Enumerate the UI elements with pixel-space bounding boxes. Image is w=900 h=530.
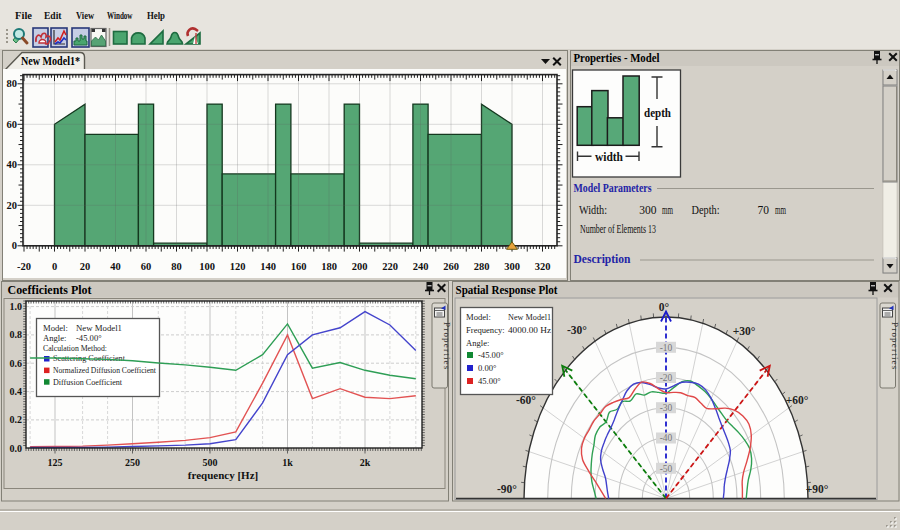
- svg-text:0.6: 0.6: [10, 358, 23, 369]
- svg-text:File: File: [15, 9, 32, 21]
- svg-text:Window: Window: [107, 9, 133, 21]
- svg-text:320: 320: [535, 261, 551, 272]
- svg-text:+90°: +90°: [806, 483, 829, 495]
- svg-text:20: 20: [80, 261, 91, 272]
- svg-text:0.8: 0.8: [10, 329, 23, 340]
- svg-text:Properties: Properties: [890, 322, 900, 371]
- svg-text:80: 80: [7, 78, 18, 89]
- svg-text:60: 60: [7, 119, 18, 130]
- svg-text:+30°: +30°: [733, 325, 756, 337]
- svg-text:0.00°: 0.00°: [478, 363, 497, 373]
- svg-text:500: 500: [203, 457, 218, 468]
- svg-text:Diffusion Coefficient: Diffusion Coefficient: [53, 377, 123, 387]
- svg-text:0.0: 0.0: [10, 443, 23, 454]
- svg-text:160: 160: [291, 261, 307, 272]
- svg-text:Model Parameters: Model Parameters: [574, 182, 652, 194]
- svg-text:-20: -20: [660, 373, 673, 383]
- svg-text:Model:: Model:: [466, 312, 491, 322]
- svg-text:Spatial Response Plot: Spatial Response Plot: [456, 284, 558, 297]
- svg-text:Properties: Properties: [442, 322, 452, 371]
- svg-text:200: 200: [352, 261, 368, 272]
- svg-text:New Model1: New Model1: [76, 323, 122, 333]
- svg-text:80: 80: [171, 261, 182, 272]
- svg-text:2k: 2k: [360, 457, 371, 468]
- svg-text:-50: -50: [660, 464, 673, 474]
- svg-text:280: 280: [474, 261, 490, 272]
- svg-text:-60°: -60°: [516, 394, 536, 406]
- svg-text:+60°: +60°: [786, 394, 809, 406]
- svg-text:60: 60: [141, 261, 152, 272]
- svg-text:-10: -10: [660, 343, 673, 353]
- svg-text:Edit: Edit: [44, 9, 62, 21]
- svg-text:0: 0: [12, 240, 17, 251]
- svg-text:Coefficients Plot: Coefficients Plot: [8, 284, 92, 296]
- svg-text:Frequency:: Frequency:: [466, 325, 505, 335]
- svg-text:20: 20: [7, 200, 18, 211]
- svg-text:-45.00°: -45.00°: [478, 350, 504, 360]
- svg-text:Properties - Model: Properties - Model: [574, 52, 660, 65]
- svg-text:New Model1: New Model1: [508, 312, 551, 322]
- svg-text:0.4: 0.4: [10, 386, 23, 397]
- svg-text:70: 70: [758, 204, 770, 216]
- svg-text:-30: -30: [660, 403, 673, 413]
- svg-text:260: 260: [443, 261, 459, 272]
- svg-text:mm: mm: [775, 204, 786, 216]
- svg-text:width: width: [595, 150, 623, 164]
- svg-text:240: 240: [413, 261, 429, 272]
- svg-text:-40: -40: [660, 433, 673, 443]
- svg-text:0°: 0°: [659, 301, 670, 313]
- svg-text:Width:: Width:: [579, 204, 607, 216]
- svg-text:Model:: Model:: [43, 323, 68, 333]
- svg-text:mm: mm: [662, 204, 673, 216]
- svg-text:4000.00 Hz: 4000.00 Hz: [508, 325, 551, 335]
- svg-text:Angle:: Angle:: [466, 338, 489, 348]
- svg-text:-45.00°: -45.00°: [76, 333, 102, 343]
- svg-text:frequency [Hz]: frequency [Hz]: [188, 469, 258, 481]
- svg-text:Help: Help: [147, 9, 165, 21]
- svg-text:1k: 1k: [282, 457, 293, 468]
- svg-text:120: 120: [230, 261, 246, 272]
- svg-text:300: 300: [504, 261, 520, 272]
- svg-text:140: 140: [260, 261, 276, 272]
- svg-text:0: 0: [52, 261, 57, 272]
- svg-text:125: 125: [48, 457, 63, 468]
- svg-text:-90°: -90°: [497, 483, 517, 495]
- svg-text:-20: -20: [17, 261, 31, 272]
- svg-text:New Model1*: New Model1*: [21, 54, 80, 68]
- svg-text:Number of Elements 13: Number of Elements 13: [580, 223, 656, 235]
- svg-text:250: 250: [125, 457, 140, 468]
- svg-text:0.2: 0.2: [10, 414, 23, 425]
- svg-text:180: 180: [321, 261, 337, 272]
- svg-text:View: View: [76, 9, 94, 21]
- svg-text:Description: Description: [574, 253, 632, 266]
- svg-text:300: 300: [639, 204, 657, 216]
- svg-text:1.0: 1.0: [10, 301, 23, 312]
- svg-text:Depth:: Depth:: [692, 204, 720, 217]
- svg-text:40: 40: [110, 261, 121, 272]
- svg-text:depth: depth: [644, 106, 671, 120]
- svg-text:220: 220: [382, 261, 398, 272]
- svg-text:Angle:: Angle:: [43, 333, 66, 343]
- svg-text:100: 100: [199, 261, 215, 272]
- svg-text:Calculation Method:: Calculation Method:: [43, 343, 107, 353]
- svg-text:45.00°: 45.00°: [478, 376, 501, 386]
- svg-text:-30°: -30°: [567, 324, 587, 336]
- svg-text:40: 40: [7, 159, 18, 170]
- svg-text:Normalized Diffusion Coefficie: Normalized Diffusion Coefficient: [53, 365, 157, 375]
